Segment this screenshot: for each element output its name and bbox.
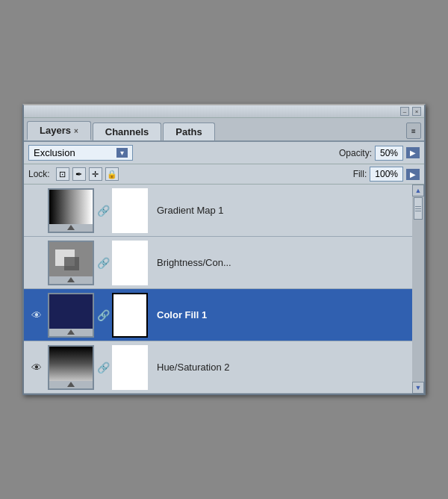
- thumb-bottom-bar: [49, 381, 93, 388]
- scroll-thumb-grip: [414, 198, 422, 219]
- layer-name-brightness: Brightness/Con...: [151, 257, 408, 268]
- layer-mask-brightness[interactable]: [112, 241, 148, 285]
- layer-link-gradient-map[interactable]: 🔗: [97, 202, 109, 220]
- lock-position-button[interactable]: ✛: [89, 167, 102, 181]
- layer-visibility-gradient-map[interactable]: [28, 202, 45, 219]
- layer-thumbnail-huesat: [48, 345, 94, 390]
- layer-visibility-brightness[interactable]: [28, 255, 45, 271]
- layer-mask-colorfill[interactable]: [112, 293, 148, 338]
- fill-label: Fill:: [353, 169, 367, 179]
- close-button[interactable]: ×: [412, 107, 421, 116]
- blend-mode-value: Exclusion: [34, 147, 75, 158]
- scroll-grip-line: [415, 208, 421, 209]
- thumb-triangle-icon: [67, 277, 75, 282]
- lock-transparent-button[interactable]: ⊡: [56, 167, 69, 181]
- blend-mode-dropdown[interactable]: Exclusion ▾: [28, 145, 133, 161]
- layer-link-brightness[interactable]: 🔗: [97, 254, 109, 272]
- tab-paths-label: Paths: [175, 126, 202, 137]
- lock-fill-row: Lock: ⊡ ✒ ✛ 🔒 Fill: 100% ▶: [24, 164, 424, 185]
- lock-all-button[interactable]: 🔒: [105, 167, 119, 181]
- title-bar-buttons: – ×: [400, 107, 421, 116]
- scroll-down-button[interactable]: ▼: [412, 382, 424, 394]
- layer-list-container: 🔗 Gradient Map 1 🔗 Brigh: [24, 185, 424, 394]
- fill-group: Fill: 100% ▶: [353, 167, 420, 182]
- layer-name-colorfill: Color Fill 1: [151, 309, 408, 320]
- layer-link-colorfill[interactable]: 🔗: [97, 306, 109, 324]
- scroll-thumb[interactable]: [414, 197, 423, 220]
- layer-name-gradient-map: Gradient Map 1: [151, 205, 408, 216]
- opacity-group: Opacity: 50% ▶: [339, 146, 420, 161]
- thumb-bottom-bar: [49, 329, 93, 336]
- layer-thumbnail-colorfill: [48, 293, 94, 338]
- panel-menu-button[interactable]: ≡: [406, 123, 421, 139]
- layer-name-huesat: Hue/Saturation 2: [151, 362, 408, 373]
- layer-thumbnail-brightness: [48, 241, 94, 285]
- blend-mode-arrow[interactable]: ▾: [116, 148, 128, 158]
- scrollbar[interactable]: ▲ ▼: [412, 185, 424, 394]
- tabs-row: Layers× Channels Paths ≡: [24, 118, 424, 142]
- lock-image-button[interactable]: ✒: [72, 167, 86, 181]
- scroll-grip-line: [415, 206, 421, 207]
- scroll-track: [413, 196, 423, 382]
- thumb-triangle-icon: [67, 382, 75, 387]
- thumb-triangle-icon: [67, 329, 75, 335]
- layer-row[interactable]: 🔗 Gradient Map 1: [24, 185, 412, 237]
- opacity-arrow[interactable]: ▶: [406, 147, 420, 158]
- opacity-label: Opacity:: [339, 148, 372, 158]
- layer-row[interactable]: 👁 🔗 Hue/Saturation 2: [24, 341, 412, 394]
- brightness-box2: [64, 257, 79, 270]
- layers-panel: – × Layers× Channels Paths ≡ Exclusion ▾…: [22, 104, 426, 395]
- thumb-bottom-bar: [49, 276, 93, 284]
- layer-visibility-huesat[interactable]: 👁: [28, 359, 45, 376]
- lock-label: Lock:: [28, 169, 50, 179]
- layer-mask-huesat[interactable]: [112, 345, 148, 390]
- layer-link-huesat[interactable]: 🔗: [97, 359, 109, 376]
- title-bar: – ×: [24, 105, 424, 118]
- layer-row-selected[interactable]: 👁 🔗 Color Fill 1: [24, 289, 412, 341]
- tab-channels[interactable]: Channels: [93, 123, 162, 140]
- layer-row[interactable]: 🔗 Brightness/Con...: [24, 237, 412, 289]
- fill-arrow[interactable]: ▶: [406, 169, 420, 180]
- layer-visibility-colorfill[interactable]: 👁: [28, 307, 45, 323]
- layer-mask-gradient-map[interactable]: [112, 188, 148, 233]
- tab-paths[interactable]: Paths: [163, 123, 214, 140]
- thumb-bottom-bar: [49, 224, 93, 232]
- scroll-grip-line: [415, 211, 421, 211]
- layers-list: 🔗 Gradient Map 1 🔗 Brigh: [24, 185, 424, 394]
- tab-layers-close[interactable]: ×: [74, 127, 78, 135]
- minimize-button[interactable]: –: [400, 107, 409, 116]
- fill-value[interactable]: 100%: [370, 167, 403, 182]
- blend-opacity-row: Exclusion ▾ Opacity: 50% ▶: [24, 142, 424, 164]
- opacity-value[interactable]: 50%: [375, 146, 403, 161]
- layer-thumbnail-gradient-map: [48, 188, 94, 233]
- tab-layers-label: Layers: [40, 125, 71, 136]
- thumb-triangle-icon: [67, 225, 75, 230]
- tab-channels-label: Channels: [105, 126, 149, 137]
- scroll-up-button[interactable]: ▲: [412, 185, 424, 196]
- tab-layers[interactable]: Layers×: [27, 121, 91, 140]
